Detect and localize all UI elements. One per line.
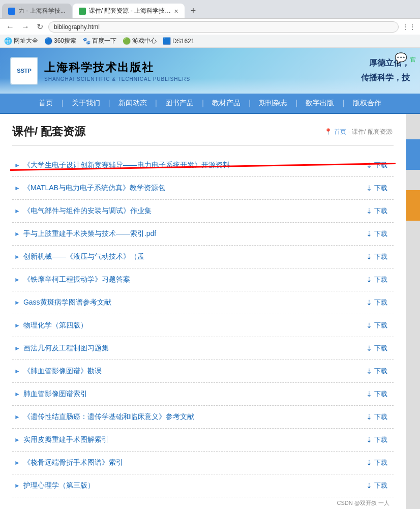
resource-name: 《遗传性结直肠癌：遗传学基础和临床意义》参考文献 [23,412,362,422]
nav-digital[interactable]: 数字出版 [297,94,342,113]
tab-inactive-label: 力 - 上海科学技... [18,7,66,15]
resource-item[interactable]: ► 手与上肢重建手术决策与技术——索引.pdf ⇣ 下载 [12,223,394,246]
new-tab-button[interactable]: + [187,4,200,18]
resource-arrow: ► [14,482,20,489]
breadcrumb-home[interactable]: 首页 [334,128,346,136]
download-icon: ⇣ [366,298,372,307]
nav-rights[interactable]: 版权合作 [345,94,389,113]
nav-journals[interactable]: 期刊杂志 [251,94,295,113]
download-label: 下载 [374,229,387,238]
download-button[interactable]: ⇣ 下载 [362,182,392,194]
resource-item[interactable]: ► 《大学生电子设计创新竞赛辅导——电力电子系统开发》开源资料 ⇣ 下载 [12,154,394,177]
resource-item[interactable]: ► 画法几何及工程制图习题集 ⇣ 下载 [12,337,394,360]
resource-item[interactable]: ► 创新机械——《液压与气动技术》（孟 ⇣ 下载 [12,246,394,268]
resource-arrow: ► [14,276,20,283]
resource-item[interactable]: ► 《桡骨远端骨折手术图谱》索引 ⇣ 下载 [12,452,394,474]
resource-arrow: ► [14,459,20,466]
resource-item[interactable]: ► 《铁摩辛柯工程振动学》习题答案 ⇣ 下载 [12,268,394,291]
tab-close-button[interactable]: × [174,7,178,15]
bookmark-label-4: 游戏中心 [132,37,157,45]
download-icon: ⇣ [366,436,372,444]
resource-name: 护理心理学（第三版） [23,481,362,490]
resource-arrow: ► [14,391,20,398]
extensions-icon[interactable]: ⋮⋮ [402,23,416,31]
breadcrumb-sep: · [348,128,350,135]
resource-item[interactable]: ► Gass黄斑病学图谱参考文献 ⇣ 下载 [12,291,394,314]
bookmark-game[interactable]: 🟢 游戏中心 [123,37,157,45]
resource-name: 《铁摩辛柯工程振动学》习题答案 [23,275,362,284]
main-nav: 首页 | 关于我们 | 新闻动态 | 图书产品 | 教材产品 | 期刊杂志 | … [0,94,420,114]
nav-textbooks[interactable]: 教材产品 [204,94,249,113]
download-button[interactable]: ⇣ 下载 [362,205,392,217]
breadcrumb-icon: 📍 [324,128,332,135]
download-label: 下载 [374,481,387,490]
wechat-icon[interactable]: 💬 官 [395,52,416,64]
resource-item[interactable]: ► 《MATLAB与电力电子系统仿真》教学资源包 ⇣ 下载 [12,177,394,200]
resource-item-left: ► 物理化学（第四版） [14,321,362,330]
resource-item-left: ► 《遗传性结直肠癌：遗传学基础和临床意义》参考文献 [14,412,362,422]
refresh-button[interactable]: ↻ [35,21,45,33]
download-button[interactable]: ⇣ 下载 [362,365,392,377]
download-button[interactable]: ⇣ 下载 [362,388,392,400]
download-label: 下载 [374,321,387,330]
resource-item-left: ► 肺血管影像图谱索引 [14,390,362,399]
nav-news[interactable]: 新闻动态 [110,94,155,113]
download-label: 下载 [374,344,387,353]
download-button[interactable]: ⇣ 下载 [362,457,392,469]
resource-item[interactable]: ► 《遗传性结直肠癌：遗传学基础和临床意义》参考文献 ⇣ 下载 [12,406,394,429]
download-label: 下载 [374,184,387,193]
resource-name: 《桡骨远端骨折手术图谱》索引 [23,458,362,467]
forward-button[interactable]: → [19,21,32,33]
resource-item-left: ► 《大学生电子设计创新竞赛辅导——电力电子系统开发》开源资料 [14,161,362,170]
download-button[interactable]: ⇣ 下载 [362,480,392,492]
bookmark-360[interactable]: 🔵 360搜索 [44,37,76,45]
download-button[interactable]: ⇣ 下载 [362,434,392,446]
nav-books[interactable]: 图书产品 [157,94,202,113]
resource-arrow: ► [14,299,20,306]
download-button[interactable]: ⇣ 下载 [362,411,392,423]
resource-item[interactable]: ► 护理心理学（第三版） ⇣ 下载 [12,474,394,497]
download-icon: ⇣ [366,390,372,398]
download-button[interactable]: ⇣ 下载 [362,251,392,263]
download-icon: ⇣ [366,184,372,192]
tab-inactive[interactable]: 力 - 上海科学技... [2,4,72,18]
download-icon: ⇣ [366,459,372,467]
resource-name: 《电气部件与组件的安装与调试》作业集 [23,206,362,216]
resource-item[interactable]: ► 肺血管影像图谱索引 ⇣ 下载 [12,383,394,406]
address-input[interactable] [48,21,399,33]
resource-item-left: ► 画法几何及工程制图习题集 [14,344,362,353]
resource-item-left: ► 手与上肢重建手术决策与技术——索引.pdf [14,229,362,238]
resource-item-left: ► 《桡骨远端骨折手术图谱》索引 [14,458,362,467]
resource-item[interactable]: ► 实用皮瓣重建手术图解索引 ⇣ 下载 [12,429,394,452]
nav-home[interactable]: 首页 [31,94,61,113]
download-button[interactable]: ⇣ 下载 [362,228,392,240]
download-button[interactable]: ⇣ 下载 [362,159,392,171]
resource-arrow: ► [14,345,20,352]
resource-item[interactable]: ► 物理化学（第四版） ⇣ 下载 [12,314,394,337]
resource-name: 《肺血管影像图谱》勘误 [23,367,362,376]
download-button[interactable]: ⇣ 下载 [362,319,392,332]
download-button[interactable]: ⇣ 下载 [362,342,392,354]
logo-icon: SSTP [10,57,38,85]
resource-item[interactable]: ► 《肺血管影像图谱》勘误 ⇣ 下载 [12,360,394,383]
resource-name: 肺血管影像图谱索引 [23,390,362,399]
bookmark-dazhan[interactable]: 🌐 网址大全 [4,37,38,45]
bookmark-ds1621[interactable]: 🟦 DS1621 [163,37,194,45]
resource-item[interactable]: ► 《电气部件与组件的安装与调试》作业集 ⇣ 下载 [12,200,394,223]
tab-active[interactable]: 课件/ 配套资源 - 上海科学技术... × [73,4,185,18]
csdn-watermark: CSDN @双开叙 一人 [12,497,394,509]
bookmark-baidu[interactable]: 🐾 百度一下 [82,37,116,45]
resource-arrow: ► [14,253,20,260]
nav-about[interactable]: 关于我们 [64,94,108,113]
resource-arrow: ► [14,185,20,192]
download-button[interactable]: ⇣ 下载 [362,296,392,309]
bookmark-label-3: 百度一下 [92,37,116,45]
slogan-line2: 传播科学，技 [361,71,410,85]
resource-name: 《大学生电子设计创新竞赛辅导——电力电子系统开发》开源资料 [23,161,362,170]
back-button[interactable]: ← [4,21,16,33]
resource-item-left: ► 护理心理学（第三版） [14,481,362,490]
download-icon: ⇣ [366,482,372,490]
download-button[interactable]: ⇣ 下载 [362,274,392,286]
download-label: 下载 [374,298,387,307]
resource-name: 手与上肢重建手术决策与技术——索引.pdf [23,229,362,238]
